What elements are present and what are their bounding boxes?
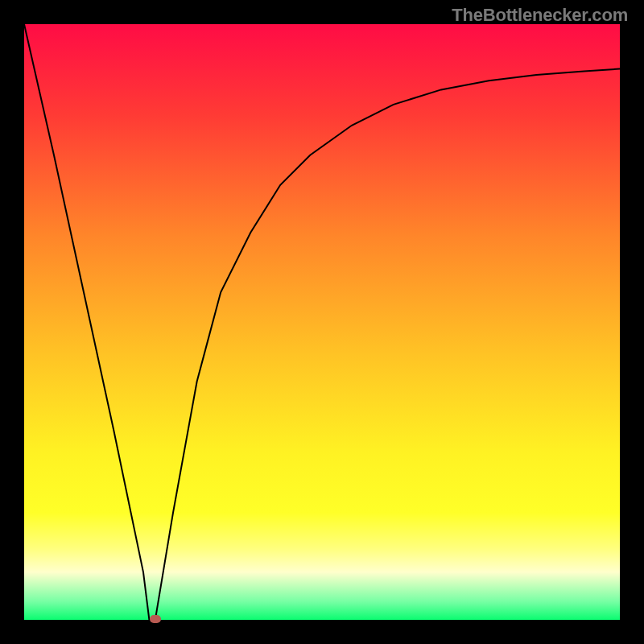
bottleneck-chart	[24, 24, 620, 620]
plot-background	[24, 24, 620, 620]
attribution-label: TheBottlenecker.com	[452, 5, 628, 26]
chart-frame: TheBottlenecker.com	[0, 0, 644, 644]
optimal-point-marker	[150, 615, 161, 623]
